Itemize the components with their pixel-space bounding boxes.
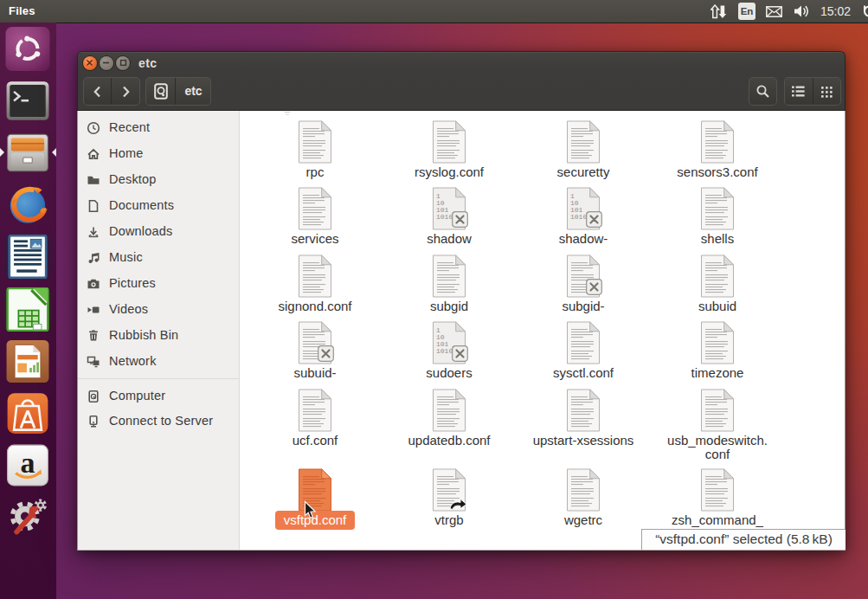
svg-text:a: a [21,447,35,479]
